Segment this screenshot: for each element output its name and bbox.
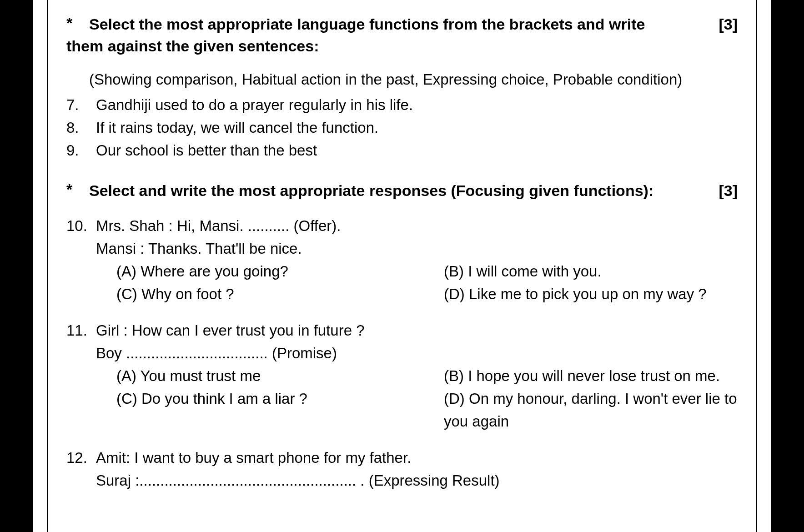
section-b-marks: [3] — [710, 180, 738, 201]
section-b-title: Select and write the most appropriate re… — [89, 180, 710, 201]
question-8: 8. If it rains today, we will cancel the… — [66, 116, 738, 139]
question-9: 9. Our school is better than the best — [66, 139, 738, 162]
question-11: 11. Girl : How can I ever trust you in f… — [66, 319, 738, 342]
page-wrap: * Select the most appropriate language f… — [0, 0, 804, 532]
question-number: 9. — [66, 139, 96, 162]
question-text: Our school is better than the best — [96, 139, 738, 162]
section-a-hint: (Showing comparison, Habitual action in … — [89, 68, 738, 91]
question-number: 11. — [66, 319, 96, 342]
option-d: (D) Like me to pick you up on my way ? — [444, 283, 738, 306]
question-10-options-row2: (C) Why on foot ? (D) Like me to pick yo… — [116, 283, 738, 306]
question-10-options-row1: (A) Where are you going? (B) I will come… — [116, 260, 738, 283]
question-10: 10. Mrs. Shah : Hi, Mansi. .......... (O… — [66, 215, 738, 237]
question-11-options-row1: (A) You must trust me (B) I hope you wil… — [116, 365, 738, 387]
paper-sheet: * Select the most appropriate language f… — [31, 0, 773, 532]
option-d: (D) On my honour, darling. I won't ever … — [444, 387, 738, 433]
question-text: Gandhiji used to do a prayer regularly i… — [96, 94, 738, 116]
question-7: 7. Gandhiji used to do a prayer regularl… — [66, 94, 738, 116]
question-number: 10. — [66, 215, 96, 237]
section-a-title-line1: Select the most appropriate language fun… — [89, 14, 710, 35]
option-c: (C) Why on foot ? — [116, 283, 444, 306]
option-c: (C) Do you think I am a liar ? — [116, 387, 444, 433]
section-a-title-line2: them against the given sentences: — [66, 35, 738, 56]
question-11-options-row2: (C) Do you think I am a liar ? (D) On my… — [116, 387, 738, 433]
question-number: 7. — [66, 94, 96, 116]
option-a: (A) You must trust me — [116, 365, 444, 387]
section-a-head: * Select the most appropriate language f… — [66, 14, 738, 35]
question-10-line2: Mansi : Thanks. That'll be nice. — [96, 237, 738, 260]
question-line: Amit: I want to buy a smart phone for my… — [96, 447, 738, 469]
question-12: 12. Amit: I want to buy a smart phone fo… — [66, 447, 738, 469]
question-number: 8. — [66, 116, 96, 139]
question-number: 12. — [66, 447, 96, 469]
option-a: (A) Where are you going? — [116, 260, 444, 283]
question-11-line2: Boy .................................. (… — [96, 342, 738, 365]
question-line: Girl : How can I ever trust you in futur… — [96, 319, 738, 342]
question-text: If it rains today, we will cancel the fu… — [96, 116, 738, 139]
section-b-head: * Select and write the most appropriate … — [66, 180, 738, 201]
bullet-star-icon: * — [66, 14, 89, 32]
section-a-marks: [3] — [710, 14, 738, 35]
question-12-line2: Suraj :.................................… — [96, 469, 738, 492]
option-b: (B) I hope you will never lose trust on … — [444, 365, 738, 387]
bullet-star-icon: * — [66, 180, 89, 198]
question-line: Mrs. Shah : Hi, Mansi. .......... (Offer… — [96, 215, 738, 237]
option-b: (B) I will come with you. — [444, 260, 738, 283]
content-area: * Select the most appropriate language f… — [47, 0, 757, 532]
